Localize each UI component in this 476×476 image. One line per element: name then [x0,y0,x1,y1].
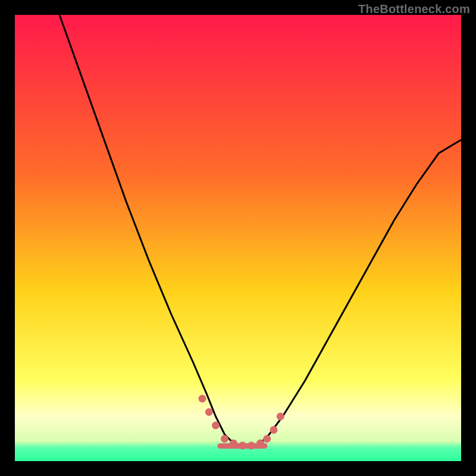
marker-dot [277,413,284,421]
marker-dot [212,422,220,430]
marker-dot [270,426,278,434]
marker-dot [248,441,255,449]
app-frame: TheBottleneck.com [0,0,476,476]
marker-dot [263,435,271,443]
marker-dot [205,408,213,416]
marker-dot [256,440,264,447]
plot-area [15,15,461,461]
bottleneck-curve [60,15,461,448]
marker-dot [239,441,246,449]
marker-dots [199,395,284,450]
bottleneck-chart [15,15,461,461]
watermark-label: TheBottleneck.com [358,2,470,16]
marker-dot [221,435,228,443]
marker-dot [230,440,237,447]
marker-dot [199,395,206,403]
